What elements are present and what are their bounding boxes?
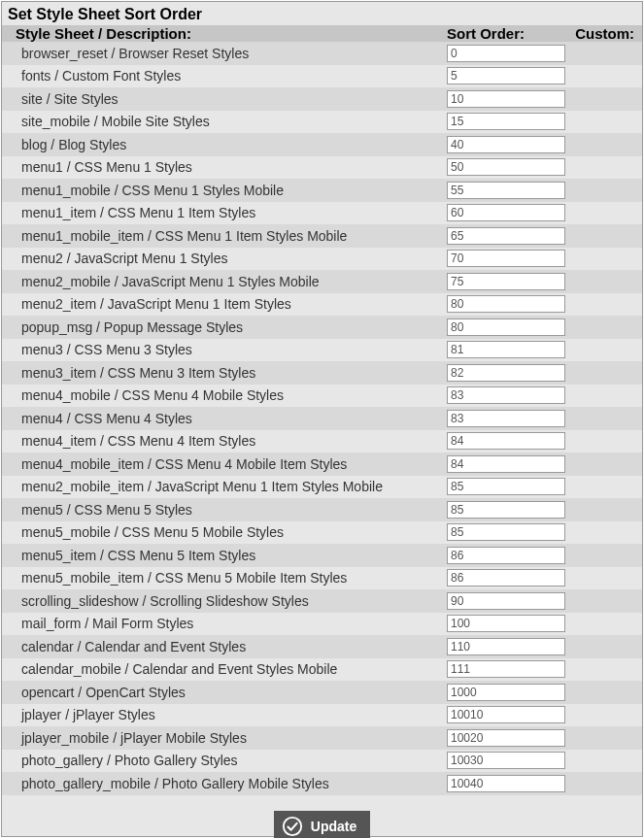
sort-order-input[interactable] [447,615,565,632]
row-sort-cell [447,615,571,632]
sort-order-input[interactable] [447,523,565,541]
row-description: site_mobile / Mobile Site Styles [2,114,447,129]
sort-order-input[interactable] [447,364,565,382]
table-header: Style Sheet / Description: Sort Order: C… [2,25,642,42]
sort-order-input[interactable] [447,45,565,62]
row-sort-cell [447,250,571,267]
row-description: menu5_mobile_item / CSS Menu 5 Mobile It… [2,570,447,586]
table-row: menu2_item / JavaScript Menu 1 Item Styl… [2,293,642,317]
sort-order-input[interactable] [447,638,565,655]
row-description: menu2 / JavaScript Menu 1 Styles [2,251,447,266]
row-sort-cell [447,318,571,336]
row-sort-cell [447,158,571,176]
table-row: opencart / OpenCart Styles [2,681,642,704]
table-row: calendar_mobile / Calendar and Event Sty… [2,658,642,682]
row-description: menu1_item / CSS Menu 1 Item Styles [2,205,447,220]
sort-order-input[interactable] [447,752,565,769]
row-sort-cell [447,410,571,427]
sort-order-input[interactable] [447,660,565,678]
sort-order-input[interactable] [447,67,565,84]
row-sort-cell [447,182,571,199]
row-description: blog / Blog Styles [2,137,447,152]
table-row: photo_gallery / Photo Gallery Styles [2,750,642,773]
sort-order-input[interactable] [447,341,565,358]
sort-order-input[interactable] [447,250,565,267]
row-description: opencart / OpenCart Styles [2,685,447,700]
row-sort-cell [447,706,571,723]
table-row: menu5 / CSS Menu 5 Styles [2,498,642,521]
sort-order-input[interactable] [447,501,565,519]
sort-order-input[interactable] [447,547,565,564]
panel-title: Set Style Sheet Sort Order [2,2,642,25]
row-sort-cell [447,569,571,587]
table-row: popup_msg / Popup Message Styles [2,316,642,339]
row-description: browser_reset / Browser Reset Styles [2,46,447,61]
row-sort-cell [447,478,571,495]
row-sort-cell [447,638,571,655]
row-sort-cell [447,775,571,792]
row-sort-cell [447,386,571,404]
row-description: jplayer / jPlayer Styles [2,707,447,722]
update-button[interactable]: Update [274,811,370,839]
sort-order-input[interactable] [447,729,565,747]
sort-order-input[interactable] [447,569,565,587]
table-row: menu4_mobile / CSS Menu 4 Mobile Styles [2,385,642,408]
row-description: menu4 / CSS Menu 4 Styles [2,411,447,426]
table-row: site_mobile / Mobile Site Styles [2,111,642,134]
row-description: menu1_mobile_item / CSS Menu 1 Item Styl… [2,228,447,244]
table-row: browser_reset / Browser Reset Styles [2,42,642,65]
row-description: jplayer_mobile / jPlayer Mobile Styles [2,730,447,746]
sort-order-input[interactable] [447,706,565,723]
sort-order-input[interactable] [447,113,565,130]
table-row: menu4 / CSS Menu 4 Styles [2,407,642,430]
sort-order-input[interactable] [447,432,565,450]
row-description: menu3_item / CSS Menu 3 Item Styles [2,365,447,381]
table-row: mail_form / Mail Form Styles [2,613,642,636]
sort-order-input[interactable] [447,592,565,610]
table-row: menu3_item / CSS Menu 3 Item Styles [2,361,642,385]
row-sort-cell [447,273,571,290]
check-circle-icon [282,816,303,837]
sort-order-input[interactable] [447,204,565,221]
sort-order-input[interactable] [447,273,565,290]
row-description: menu4_mobile_item / CSS Menu 4 Mobile It… [2,456,447,472]
row-sort-cell [447,660,571,678]
row-sort-cell [447,752,571,769]
row-description: menu2_mobile / JavaScript Menu 1 Styles … [2,274,447,289]
row-description: scrolling_slideshow / Scrolling Slidesho… [2,593,447,609]
header-description: Style Sheet / Description: [2,25,447,42]
sort-order-input[interactable] [447,227,565,245]
table-row: menu1_item / CSS Menu 1 Item Styles [2,202,642,225]
row-description: calendar / Calendar and Event Styles [2,639,447,654]
sort-order-input[interactable] [447,478,565,495]
row-description: photo_gallery / Photo Gallery Styles [2,753,447,768]
sort-order-input[interactable] [447,684,565,701]
row-sort-cell [447,295,571,313]
table-row: menu5_item / CSS Menu 5 Item Styles [2,544,642,567]
sort-order-input[interactable] [447,455,565,473]
table-row: calendar / Calendar and Event Styles [2,635,642,658]
sort-order-input[interactable] [447,136,565,153]
sort-order-input[interactable] [447,90,565,108]
row-description: menu1 / CSS Menu 1 Styles [2,159,447,175]
row-sort-cell [447,90,571,108]
row-sort-cell [447,547,571,564]
row-description: menu5_mobile / CSS Menu 5 Mobile Styles [2,524,447,540]
table-row: jplayer / jPlayer Styles [2,704,642,727]
sort-order-input[interactable] [447,410,565,427]
table-row: menu4_item / CSS Menu 4 Item Styles [2,430,642,453]
row-sort-cell [447,455,571,473]
sort-order-input[interactable] [447,318,565,336]
row-description: popup_msg / Popup Message Styles [2,319,447,335]
row-description: menu5_item / CSS Menu 5 Item Styles [2,548,447,563]
row-description: menu4_mobile / CSS Menu 4 Mobile Styles [2,387,447,403]
row-sort-cell [447,136,571,153]
sort-order-input[interactable] [447,295,565,313]
row-sort-cell [447,432,571,450]
svg-point-0 [284,817,301,834]
sort-order-input[interactable] [447,182,565,199]
sort-order-input[interactable] [447,158,565,176]
sort-order-input[interactable] [447,386,565,404]
sort-order-input[interactable] [447,775,565,792]
table-body: browser_reset / Browser Reset Stylesfont… [2,42,642,795]
